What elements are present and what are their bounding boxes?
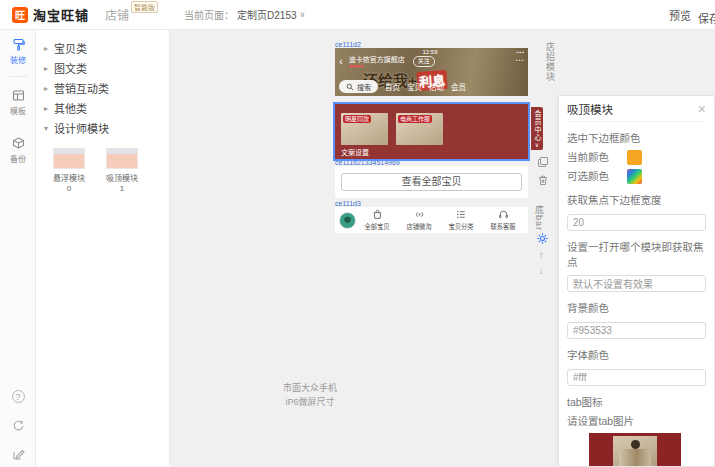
card-pill-label: 电商工作服: [398, 115, 432, 123]
focus-border-width-input[interactable]: [567, 214, 706, 231]
left-icon-rail: 装修 模板 备份 ?: [0, 30, 36, 467]
tab-image-card[interactable]: 电商工作服: [396, 113, 443, 145]
module-thumbnail: [53, 148, 85, 169]
chevron-down-icon: ∨: [300, 10, 306, 19]
status-bar-time: 12:59: [335, 49, 525, 55]
model-head-shape: [631, 440, 640, 449]
designer-module-list: 悬浮模块 0 吸顶模块 1: [44, 148, 169, 193]
refresh-icon[interactable]: [12, 419, 25, 432]
tab-image-preview[interactable]: 明星同款: [589, 433, 681, 467]
focus-border-width-label: 获取焦点下边框宽度: [567, 192, 706, 207]
follow-button[interactable]: 关注: [413, 56, 435, 67]
close-icon[interactable]: ×: [698, 102, 706, 116]
current-page-value: 定制页D2153: [237, 7, 296, 22]
banner-tab-member[interactable]: 会员: [451, 81, 466, 92]
banner-tab-activity[interactable]: 活动: [429, 81, 444, 92]
nav-item-categories[interactable]: 宝贝分类: [440, 209, 482, 231]
taobao-shop-logo-icon: 旺: [12, 7, 28, 23]
nav-item-all-items[interactable]: 全部宝贝: [356, 209, 398, 231]
save-button[interactable]: 保存: [690, 7, 715, 29]
rail-item-label: 模板: [10, 105, 26, 116]
search-icon: [346, 83, 354, 91]
back-arrow-icon[interactable]: ‹: [339, 56, 343, 66]
feedback-edit-icon[interactable]: [12, 448, 25, 461]
font-color-input[interactable]: [567, 369, 706, 386]
broadcast-icon: [414, 209, 425, 220]
caret-right-icon: ▸: [44, 44, 54, 53]
tree-item-label: 设计师模块: [54, 120, 109, 136]
screen-size-hint-line2: iP6做屏尺寸: [264, 395, 356, 409]
shop-banner-module[interactable]: 12:59 ▪▪▪ ‹ 迪卡侬官方旗舰店 ♥♥♥♥♥ 关注 ⋯ 还给我+利息: [335, 48, 528, 96]
copy-module-icon[interactable]: [537, 156, 549, 168]
help-icon[interactable]: ?: [12, 390, 25, 403]
screen-size-hint-line1: 市面大众手机: [264, 381, 356, 395]
design-canvas: ce111d2 12:59 ▪▪▪ ‹ 迪卡侬官方旗舰店 ♥♥♥♥♥ 关注 ⋯ …: [170, 30, 558, 467]
rail-divider: [9, 76, 27, 77]
tree-item-item-class[interactable]: ▸ 宝贝类: [44, 38, 169, 58]
background-color-input[interactable]: [567, 322, 706, 339]
template-icon: [11, 88, 26, 103]
member-center-tab[interactable]: 会员中心 ∨: [531, 107, 543, 150]
module-settings-gear-icon[interactable]: [536, 232, 549, 245]
nav-item-label: 店铺微淘: [406, 222, 431, 231]
current-color-swatch[interactable]: [627, 150, 642, 165]
current-page-selector[interactable]: 当前页面： 定制页D2153 ∨: [184, 7, 305, 22]
nav-item-label: 全部宝贝: [364, 222, 389, 231]
more-menu-icon[interactable]: ⋯: [515, 56, 524, 64]
rail-item-decorate[interactable]: 装修: [0, 30, 36, 72]
banner-nav-row: ‹ 迪卡侬官方旗舰店 ♥♥♥♥♥ 关注 ⋯: [339, 56, 524, 69]
app-title: 淘宝旺铺: [33, 5, 89, 24]
tree-item-marketing-class[interactable]: ▸ 营销互动类: [44, 78, 169, 98]
optional-color-label: 可选颜色: [567, 170, 617, 182]
search-placeholder: 搜索: [357, 82, 371, 92]
tree-item-label: 宝贝类: [54, 40, 87, 56]
rail-item-backup[interactable]: 备份: [0, 129, 36, 171]
search-input[interactable]: 搜索: [339, 80, 378, 93]
delete-module-icon[interactable]: [537, 174, 549, 186]
nav-item-label: 宝贝分类: [448, 222, 473, 231]
move-down-icon[interactable]: ↓: [539, 267, 544, 276]
current-color-label: 当前颜色: [567, 151, 617, 163]
rail-item-label: 备份: [10, 153, 26, 164]
shop-label: 店铺: [105, 6, 129, 23]
rail-item-template[interactable]: 模板: [0, 81, 36, 123]
nav-item-weitao[interactable]: 店铺微淘: [398, 209, 440, 231]
module-tree-panel: ▸ 宝贝类 ▸ 图文类 ▸ 营销互动类 ▸ 其他类 ▾ 设计师模块 悬浮模块 0: [36, 30, 170, 467]
background-color-label: 背景颜色: [567, 300, 706, 315]
panel-header: 吸顶模块 ×: [567, 96, 706, 122]
chevron-down-icon: ∨: [535, 142, 539, 148]
caret-right-icon: ▸: [44, 84, 54, 93]
bottom-bar-module[interactable]: 全部宝贝 店铺微淘 宝贝分类: [335, 207, 528, 233]
phone-preview: ce111d2 12:59 ▪▪▪ ‹ 迪卡侬官方旗舰店 ♥♥♥♥♥ 关注 ⋯ …: [335, 42, 528, 233]
color-picker-swatch[interactable]: [627, 169, 642, 184]
tree-item-other-class[interactable]: ▸ 其他类: [44, 98, 169, 118]
border-color-section-label: 选中下边框颜色: [567, 130, 706, 145]
bag-icon: [372, 209, 383, 220]
move-up-icon[interactable]: ↑: [539, 251, 544, 260]
sticky-module-selected[interactable]: 明星同款 电商工作服 文案设置 会员中心 ∨: [335, 104, 528, 159]
shop-label-wrap: 店铺 智能版: [105, 6, 158, 23]
screen-size-hint: 市面大众手机 iP6做屏尺寸: [264, 381, 356, 410]
module-count: 0: [50, 184, 88, 193]
module-label: 悬浮模块: [50, 172, 88, 183]
view-all-button[interactable]: 查看全部宝贝: [341, 173, 522, 191]
banner-tab-items[interactable]: 宝贝: [407, 81, 422, 92]
module-card-floating[interactable]: 悬浮模块 0: [50, 148, 88, 193]
tab-image-card[interactable]: 明星同款: [341, 113, 388, 145]
view-all-module[interactable]: 查看全部宝贝: [335, 166, 528, 198]
tab-image-label: 请设置tab图片: [567, 413, 706, 428]
module-label: 吸顶模块: [103, 172, 141, 183]
tab-icon-section-label: tab图标: [567, 394, 706, 409]
panel-title: 吸顶模块: [567, 101, 613, 117]
caret-right-icon: ▸: [44, 104, 54, 113]
module-card-sticky[interactable]: 吸顶模块 1: [103, 148, 141, 193]
decorate-icon: [11, 37, 26, 52]
focus-module-input[interactable]: [567, 275, 706, 292]
tree-item-designer-modules[interactable]: ▾ 设计师模块: [44, 118, 169, 138]
tree-item-label: 其他类: [54, 100, 87, 116]
banner-tab-home[interactable]: 首页: [385, 81, 400, 92]
tree-item-image-text-class[interactable]: ▸ 图文类: [44, 58, 169, 78]
nav-item-customer-service[interactable]: 联系客服: [482, 209, 524, 231]
shop-version-badge: 智能版: [131, 1, 158, 13]
current-color-row: 当前颜色: [567, 150, 706, 165]
